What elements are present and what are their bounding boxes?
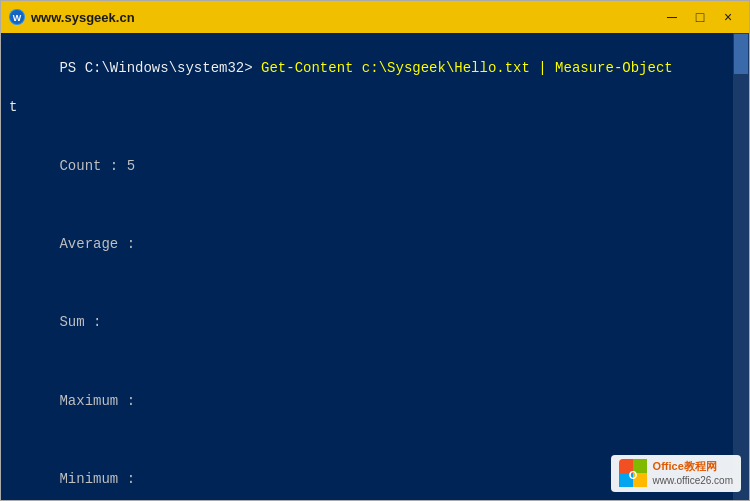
window-title: www.sysgeek.cn [31,10,659,25]
sum-line: Sum : [9,294,741,353]
average-line: Average : [9,215,741,274]
svg-text:W: W [13,13,22,23]
prompt-1: PS C:\Windows\system32> [59,60,252,76]
maximize-button[interactable]: □ [687,6,713,28]
favicon-icon: W [9,9,25,25]
minimize-button[interactable]: ─ [659,6,685,28]
svg-text:O: O [628,469,637,481]
command-line: PS C:\Windows\system32> Get-Content c:\S… [9,39,741,98]
scrollbar[interactable] [733,33,749,500]
window-controls: ─ □ × [659,6,741,28]
office-icon: O [619,459,647,487]
count-sep: : [101,158,126,174]
sum-sep: : [85,314,110,330]
maximum-line: Maximum : [9,372,741,431]
command-wrap-line: t [9,98,741,118]
average-sep: : [118,236,143,252]
watermark-text: Office教程网 www.office26.com [653,459,733,488]
title-bar: W www.sysgeek.cn ─ □ × [1,1,749,33]
command-text: Get-Content c:\Sysgeek\Hello.txt | Measu… [253,60,673,76]
count-line: Count : 5 [9,137,741,196]
count-label: Count [59,158,101,174]
average-label: Average [59,236,118,252]
maximum-label: Maximum [59,393,118,409]
window: W www.sysgeek.cn ─ □ × PS C:\Windows\sys… [0,0,750,501]
terminal[interactable]: PS C:\Windows\system32> Get-Content c:\S… [1,33,749,500]
watermark-site: Office教程网 [653,459,733,474]
minimum-sep: : [118,471,143,487]
watermark: O Office教程网 www.office26.com [611,455,741,492]
scrollbar-thumb[interactable] [734,34,748,74]
sum-label: Sum [59,314,84,330]
watermark-url: www.office26.com [653,474,733,488]
maximum-sep: : [118,393,143,409]
close-button[interactable]: × [715,6,741,28]
count-value: 5 [127,158,135,174]
minimum-label: Minimum [59,471,118,487]
